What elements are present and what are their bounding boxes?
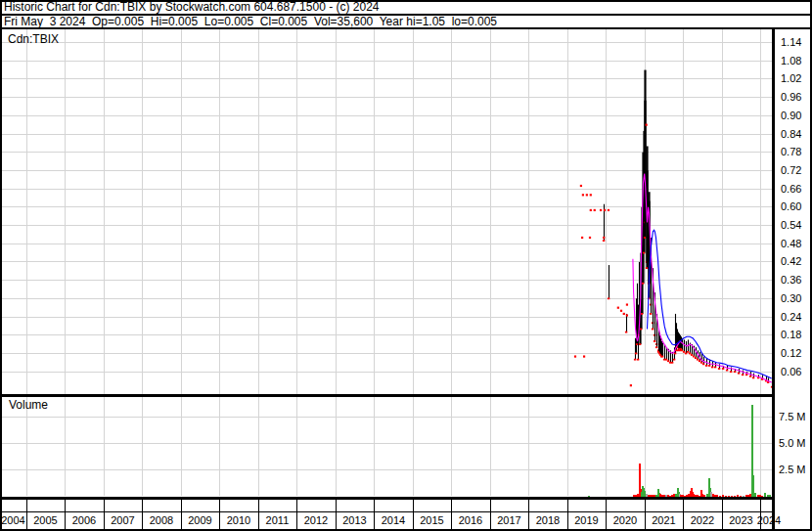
price-tick-label: 0.72	[781, 164, 801, 177]
year-label: 2006	[65, 513, 104, 529]
volume-bars	[588, 405, 771, 497]
ma-fast-line	[633, 174, 772, 383]
price-tick-label: 0.48	[781, 238, 801, 250]
price-tick-label: 0.42	[781, 255, 801, 268]
volume-panel-label: Volume	[9, 398, 48, 412]
price-tick-label: 1.08	[781, 55, 801, 67]
year-label: 2007	[104, 513, 143, 529]
price-tick-label: 0.66	[781, 183, 801, 196]
price-tick-label: 0.78	[781, 146, 801, 158]
historic-chart-window: Historic Chart for Cdn:TBIX by Stockwatc…	[0, 0, 812, 531]
year-label: 2016	[451, 513, 490, 529]
year-label: 2008	[142, 513, 181, 529]
price-tick-label: 0.96	[781, 91, 801, 104]
ma-slow-line	[648, 230, 772, 378]
price-bars	[603, 70, 773, 388]
year-label: 2020	[606, 513, 645, 529]
price-tick-label: 0.24	[781, 311, 801, 324]
price-tick-label: 0.30	[781, 292, 801, 305]
year-label: 2014	[374, 513, 413, 529]
price-tick-label: 1.14	[781, 36, 801, 49]
year-label: 2015	[413, 513, 452, 529]
volume-tick-label: 7.5 M	[779, 411, 806, 423]
year-label: 2021	[645, 513, 684, 529]
price-tick-label: 0.60	[781, 200, 801, 213]
panel-borders	[0, 0, 812, 531]
year-label: 2005	[26, 513, 66, 529]
price-tick-label: 0.06	[781, 366, 801, 378]
year-label: 2012	[296, 513, 336, 529]
volume-tick-label: 5.0 M	[779, 437, 806, 450]
price-tick-label: 0.84	[781, 128, 801, 141]
year-label: 2011	[258, 513, 297, 529]
symbol-label: Cdn:TBIX	[8, 32, 59, 46]
year-label: 2010	[219, 513, 258, 529]
price-tick-label: 0.12	[781, 347, 801, 360]
gridlines	[2, 29, 772, 496]
chart-canvas	[0, 0, 812, 531]
year-label: 2019	[567, 513, 607, 529]
price-tick-label: 0.36	[781, 274, 801, 287]
moving-averages	[633, 174, 772, 383]
year-label: 2022	[683, 513, 722, 529]
year-label: 2017	[490, 513, 529, 529]
volume-tick-label: 2.5 M	[779, 464, 806, 476]
price-tick-label: 0.54	[781, 219, 801, 232]
year-label: 2018	[528, 513, 567, 529]
price-tick-label: 0.18	[781, 329, 801, 341]
price-tick-label: 1.02	[781, 72, 801, 85]
year-label: 2009	[181, 513, 220, 529]
price-tick-label: 0.90	[781, 110, 801, 122]
year-label: 2004	[0, 513, 26, 529]
year-label: 2024	[754, 513, 784, 529]
year-label: 2013	[336, 513, 375, 529]
